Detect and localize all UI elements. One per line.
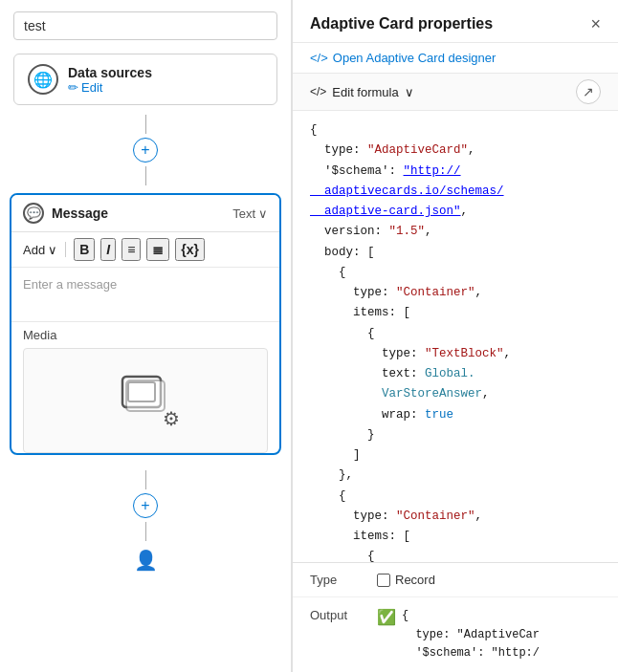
left-panel: 🌐 Data sources ✏ Edit + 💬 Message Text ∨	[0, 0, 292, 672]
message-title: Message	[52, 206, 108, 221]
bold-button[interactable]: B	[74, 238, 95, 261]
media-preview: ⚙	[23, 348, 268, 453]
message-input[interactable]: Enter a message	[11, 268, 279, 321]
formula-chevron-icon: ∨	[405, 85, 414, 99]
right-header: Adaptive Card properties ×	[293, 0, 618, 43]
svg-rect-2	[126, 380, 165, 411]
connector-line-2	[0, 163, 291, 189]
code-editor[interactable]: { type: "AdaptiveCard", '$schema': "http…	[293, 111, 618, 562]
close-button[interactable]: ×	[590, 15, 601, 33]
bottom-connector: + 👤	[0, 459, 291, 579]
output-code: { type: "AdaptiveCar '$schema': "http:/	[402, 607, 540, 662]
right-panel: Adaptive Card properties × </> Open Adap…	[292, 0, 618, 672]
data-sources-box: 🌐 Data sources ✏ Edit	[13, 54, 277, 105]
person-icon: 👤	[134, 549, 158, 572]
type-row: Type Record	[293, 563, 618, 597]
add-button-2[interactable]: +	[133, 493, 158, 518]
data-sources-label: Data sources	[68, 65, 152, 80]
panel-title: Adaptive Card properties	[310, 15, 493, 33]
designer-link[interactable]: </> Open Adaptive Card designer	[293, 43, 618, 74]
output-row: Output ✅ { type: "AdaptiveCar '$schema':…	[293, 597, 618, 672]
chevron-down-icon: ∨	[258, 206, 268, 221]
link-icon: </>	[310, 51, 328, 65]
message-card: 💬 Message Text ∨ Add ∨ B I ≡ ≣ {x} Enter…	[10, 193, 281, 455]
toolbar: Add ∨ B I ≡ ≣ {x}	[11, 232, 279, 268]
message-type: Text ∨	[232, 206, 268, 221]
italic-button[interactable]: I	[100, 238, 116, 261]
add-chevron-icon: ∨	[48, 243, 57, 257]
bullet-list-button[interactable]: ≡	[121, 238, 141, 261]
globe-icon: 🌐	[28, 64, 58, 95]
output-label: Output	[310, 607, 367, 622]
add-toolbar-button[interactable]: Add ∨	[23, 243, 57, 257]
bottom-section: Type Record Output ✅ { type: "AdaptiveCa…	[293, 562, 618, 672]
code-icon: </>	[310, 85, 326, 98]
expand-button[interactable]: ↗	[576, 79, 601, 104]
search-input[interactable]	[13, 11, 277, 40]
message-header: 💬 Message Text ∨	[11, 195, 279, 232]
formula-bar: </> Edit formula ∨ ↗	[293, 74, 618, 111]
message-icon: 💬	[23, 203, 44, 224]
check-icon: ✅	[377, 608, 396, 626]
media-section: Media ⚙	[11, 321, 279, 453]
edit-link[interactable]: ✏ Edit	[68, 80, 152, 95]
gear-icon: ⚙	[163, 407, 180, 430]
add-button-1[interactable]: +	[133, 138, 158, 163]
media-label: Media	[23, 328, 268, 342]
type-value: Record	[377, 573, 435, 587]
data-sources-info: Data sources ✏ Edit	[68, 65, 152, 95]
formula-button[interactable]: {x}	[175, 238, 205, 261]
type-label: Type	[310, 573, 367, 587]
record-icon	[377, 574, 390, 587]
toolbar-separator-1	[65, 242, 66, 257]
ordered-list-button[interactable]: ≣	[146, 238, 169, 261]
media-icon-wrap: ⚙	[121, 375, 170, 426]
pencil-icon: ✏	[68, 80, 78, 95]
connector-line-1	[0, 111, 291, 138]
